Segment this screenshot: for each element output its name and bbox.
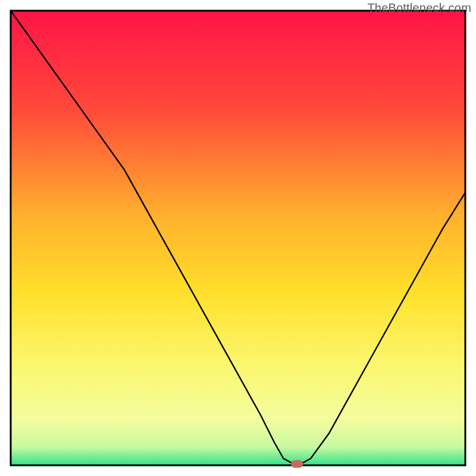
optimal-marker xyxy=(291,460,303,468)
plot-background xyxy=(11,11,465,465)
watermark-label: TheBottleneck.com xyxy=(367,1,471,15)
bottleneck-chart xyxy=(0,0,476,476)
chart-frame: TheBottleneck.com xyxy=(0,0,476,476)
